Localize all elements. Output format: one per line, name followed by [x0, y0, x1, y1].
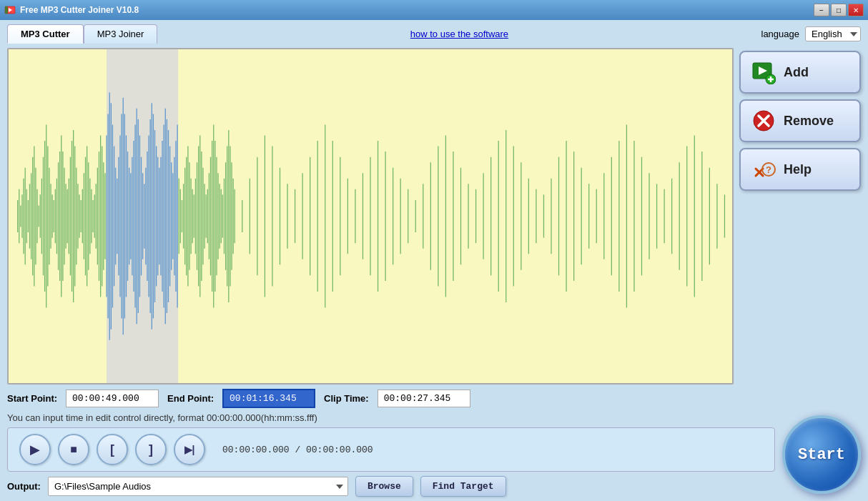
end-point-input[interactable]	[222, 389, 315, 408]
maximize-button[interactable]: □	[831, 4, 847, 16]
mark-out-icon: ]	[149, 442, 153, 457]
language-select[interactable]: English Chinese Spanish French German	[805, 26, 861, 41]
output-row: Output: G:\Files\Sample Audios Browse Fi…	[7, 476, 775, 497]
bottom-section: Start Point: End Point: Clip Time: You c…	[7, 389, 861, 497]
svg-text:?: ?	[766, 164, 771, 175]
play-clip-icon: ▶|	[184, 444, 195, 455]
waveform-svg	[9, 49, 732, 383]
clip-time-input[interactable]	[378, 390, 470, 407]
help-label: Help	[784, 162, 812, 177]
mark-in-button[interactable]: [	[97, 434, 128, 465]
help-link[interactable]: how to use the software	[410, 29, 508, 39]
tab-row: MP3 Cutter MP3 Joiner how to use the sof…	[7, 24, 861, 44]
add-icon	[751, 59, 776, 85]
bottom-main: Start Point: End Point: Clip Time: You c…	[7, 389, 861, 497]
remove-label: Remove	[784, 114, 834, 129]
start-point-label: Start Point:	[7, 393, 57, 404]
stop-button[interactable]: ■	[58, 434, 89, 465]
end-point-label: End Point:	[167, 393, 214, 404]
play-icon: ▶	[30, 442, 40, 457]
minimize-button[interactable]: −	[814, 4, 829, 16]
playback-row: ▶ ■ [ ] ▶|	[7, 427, 775, 472]
tabs: MP3 Cutter MP3 Joiner	[7, 24, 157, 44]
browse-button[interactable]: Browse	[355, 476, 413, 497]
titlebar-controls: − □ ✕	[814, 4, 864, 16]
clip-time-label: Clip Time:	[324, 393, 369, 404]
play-clip-button[interactable]: ▶|	[174, 434, 205, 465]
play-button[interactable]: ▶	[19, 434, 51, 465]
start-point-input[interactable]	[66, 390, 159, 407]
remove-icon	[751, 108, 776, 134]
titlebar-left: Free MP3 Cutter Joiner V10.8	[4, 4, 139, 16]
main-container: MP3 Cutter MP3 Joiner how to use the sof…	[0, 20, 868, 501]
language-label: language	[761, 29, 800, 39]
help-button[interactable]: ? Help	[739, 148, 861, 191]
waveform-panel[interactable]	[7, 48, 734, 385]
add-label: Add	[784, 65, 809, 80]
help-icon: ?	[751, 157, 776, 182]
output-label: Output:	[7, 481, 41, 492]
bottom-left: Start Point: End Point: Clip Time: You c…	[7, 389, 775, 497]
time-hint: You can input time in edit control direc…	[7, 412, 775, 423]
app-icon	[4, 4, 16, 16]
mark-out-button[interactable]: ]	[135, 434, 167, 465]
tab-mp3-cutter[interactable]: MP3 Cutter	[7, 24, 84, 44]
remove-button[interactable]: Remove	[739, 99, 861, 142]
add-button[interactable]: Add	[739, 51, 861, 94]
time-controls-row: Start Point: End Point: Clip Time:	[7, 389, 775, 408]
playback-controls: ▶ ■ [ ] ▶|	[19, 434, 205, 465]
find-target-button[interactable]: Find Target	[420, 476, 506, 497]
stop-icon: ■	[70, 443, 77, 456]
start-button[interactable]: Start	[782, 415, 861, 494]
start-button-container: Start	[782, 415, 861, 497]
app-title: Free MP3 Cutter Joiner V10.8	[20, 5, 139, 15]
side-buttons: Add Remove ?	[739, 48, 861, 385]
close-button[interactable]: ✕	[848, 4, 864, 16]
tab-mp3-joiner[interactable]: MP3 Joiner	[84, 24, 158, 44]
time-display: 00:00:00.000 / 00:00:00.000	[222, 445, 373, 455]
titlebar: Free MP3 Cutter Joiner V10.8 − □ ✕	[0, 0, 868, 20]
content-row: Add Remove ?	[7, 48, 861, 385]
mark-in-icon: [	[110, 442, 114, 457]
language-selector-group: language English Chinese Spanish French …	[761, 26, 862, 41]
output-path-select[interactable]: G:\Files\Sample Audios	[48, 477, 348, 496]
svg-rect-2	[5, 6, 8, 14]
